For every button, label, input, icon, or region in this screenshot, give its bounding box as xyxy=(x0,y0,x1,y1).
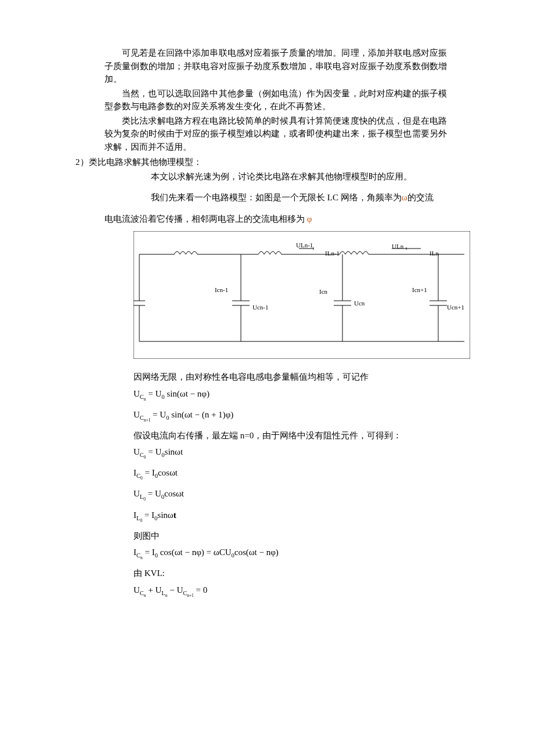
circuit-diagram: ULn-1 ILn-1 ULn ILn Icn-1 Ucn-1 xyxy=(134,231,470,359)
equation-2: UCn+1 = U0 sin(ωt − (n + 1)φ) xyxy=(134,408,447,423)
equation-4: IC0 = I0cosωt xyxy=(134,466,447,481)
paragraph-9: 则图中 xyxy=(134,530,447,543)
equation-3: UC0 = U0sinωt xyxy=(134,445,447,460)
label-Ucn: Ucn xyxy=(354,300,365,307)
p6-text-a: 电电流波沿着它传播，相邻两电容上的交流电相移为 xyxy=(104,214,307,224)
equation-5: UL0 = U0cosωt xyxy=(134,487,447,502)
equation-6: IL0 = I0sinωt xyxy=(134,509,447,524)
label-ULn-1: ULn-1 xyxy=(296,242,313,249)
paragraph-4: 本文以求解光速为例，讨论类比电路在求解其他物理模型时的应用。 xyxy=(134,170,447,183)
label-Icn1: Icn+1 xyxy=(412,286,427,293)
content-block: 本文以求解光速为例，讨论类比电路在求解其他物理模型时的应用。 我们先来看一个电路… xyxy=(134,170,447,599)
phi-symbol: φ xyxy=(307,214,312,224)
paragraph-10: 由 KVL: xyxy=(134,567,447,580)
paragraph-8: 假设电流向右传播，最左端 n=0，由于网络中没有阻性元件，可得到： xyxy=(134,429,447,442)
equation-8: UCn + ULn − UCn+1 = 0 xyxy=(134,584,447,599)
paragraph-2: 当然，也可以选取回路中其他参量（例如电流）作为因变量，此时对应构建的振子模型参数… xyxy=(104,87,447,113)
omega-symbol: ω xyxy=(402,193,407,202)
label-Icn-1: Icn-1 xyxy=(215,286,228,293)
label-Icn: Icn xyxy=(319,288,328,295)
svg-rect-0 xyxy=(134,231,470,359)
paragraph-1: 可见若是在回路中添加串联电感对应着振子质量的增加。同理，添加并联电感对应振子质量… xyxy=(104,46,447,86)
equation-7: ICn = I0 cos(ωt − nφ) = ωCU0cos(ωt − nφ) xyxy=(134,546,447,561)
label-Ucn1: Ucn+1 xyxy=(447,304,464,311)
paragraph-6: 电电流波沿着它传播，相邻两电容上的交流电相移为 φ xyxy=(104,213,447,226)
paragraph-3: 类比法求解电路方程在电路比较简单的时候具有计算简便速度快的优点，但是在电路较为复… xyxy=(104,114,447,154)
equation-1: UCn = U0 sin(ωt − nφ) xyxy=(134,387,447,402)
label-ILn: ILn xyxy=(430,250,439,257)
p5-text-b: 的交流 xyxy=(407,193,434,202)
p5-text-a: 我们先来看一个电路模型：如图是一个无限长 LC 网络，角频率为 xyxy=(151,193,402,202)
label-Ucn-1: Ucn-1 xyxy=(252,304,269,311)
page: 可见若是在回路中添加串联电感对应着振子质量的增加。同理，添加并联电感对应振子质量… xyxy=(0,0,534,628)
heading-analogy: 2）类比电路求解其他物理模型： xyxy=(75,156,447,169)
label-ILn-1: ILn-1 xyxy=(325,250,340,257)
paragraph-5: 我们先来看一个电路模型：如图是一个无限长 LC 网络，角频率为ω的交流 xyxy=(134,191,447,204)
paragraph-7: 因网络无限，由对称性各电容电感电参量幅值均相等，可记作 xyxy=(134,370,447,384)
